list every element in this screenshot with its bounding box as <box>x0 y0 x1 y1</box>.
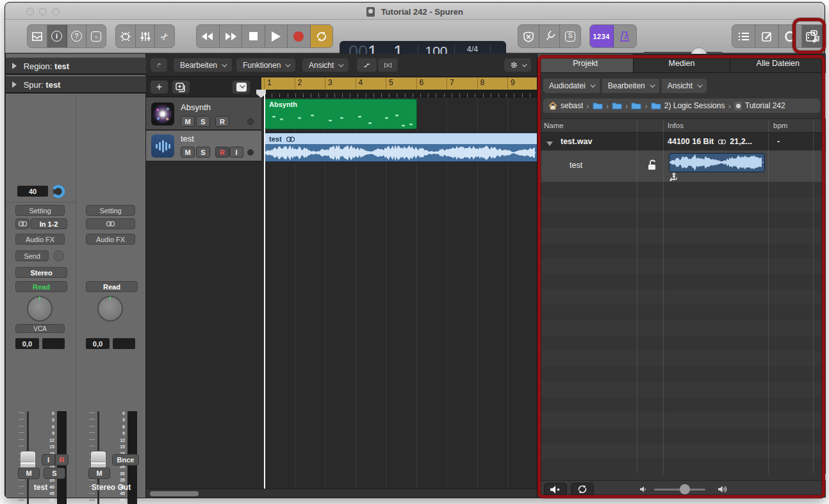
gain-knob[interactable] <box>51 184 66 199</box>
mixer-button[interactable] <box>136 25 156 47</box>
strip1-mute-button[interactable]: M <box>18 467 40 479</box>
menu-ansicht[interactable]: Ansicht <box>661 78 707 93</box>
apple-loops-button[interactable] <box>779 25 802 47</box>
strip1-audiofx-button[interactable]: Audio FX <box>15 234 65 245</box>
media-browser-button[interactable] <box>802 25 825 47</box>
autopunch-button[interactable] <box>518 25 539 47</box>
audio-region-row[interactable]: test <box>538 150 826 182</box>
forward-button[interactable] <box>220 25 243 47</box>
prelisten-volume-knob[interactable] <box>680 484 690 494</box>
audio-file-row[interactable]: test.wav 44100 16 Bit 21,2... - <box>538 133 826 150</box>
flex-button[interactable] <box>377 58 398 72</box>
strip1-vca-button[interactable]: VCA <box>15 324 65 333</box>
rewind-button[interactable] <box>197 25 220 47</box>
strip2-setting-button[interactable]: Setting <box>86 205 135 216</box>
metronome-button[interactable] <box>614 25 637 47</box>
breadcrumb[interactable]: sebast › › › › 2) Logic Sessions › Tutor… <box>543 98 821 113</box>
smart-controls-button[interactable] <box>116 25 136 47</box>
arrange-lane[interactable]: Absynth test <box>261 97 537 489</box>
strip2-bounce-button[interactable]: Bnce <box>112 454 139 466</box>
catch-playhead-button[interactable] <box>150 58 168 72</box>
strip1-setting-button[interactable]: Setting <box>15 205 65 216</box>
track-header-test[interactable]: test M S R I <box>146 131 261 161</box>
track-mute-button[interactable]: M <box>181 116 195 127</box>
duplicate-track-button[interactable] <box>172 80 190 94</box>
play-button[interactable] <box>265 25 288 47</box>
menu-ansicht[interactable]: Ansicht <box>302 58 349 72</box>
strip1-send-button[interactable]: Send <box>15 250 49 261</box>
menu-bearbeiten[interactable]: Bearbeiten <box>602 78 660 93</box>
project-icon <box>734 102 742 110</box>
strip1-format-button[interactable] <box>15 218 29 229</box>
quick-help-button[interactable]: ? <box>67 25 87 47</box>
strip1-input-button[interactable]: In 1-2 <box>30 218 67 229</box>
prelisten-loop-button[interactable] <box>571 483 594 496</box>
track-solo-button[interactable]: S <box>196 116 210 127</box>
strip1-input-monitor-button[interactable]: I <box>42 454 55 466</box>
unlock-icon[interactable] <box>648 159 656 170</box>
region-inspector-header[interactable]: Region: test <box>6 58 146 75</box>
gain-value-box[interactable]: 40 <box>17 186 48 197</box>
track-input-monitor-button[interactable]: I <box>229 147 243 158</box>
anchor-icon[interactable] <box>669 172 678 181</box>
strip1-pan-knob[interactable] <box>27 296 53 321</box>
strip2-automation-button[interactable]: Read <box>86 281 138 292</box>
track-record-button[interactable]: R <box>215 147 229 158</box>
strip1-automation-button[interactable]: Read <box>15 281 67 292</box>
strip2-audiofx-button[interactable]: Audio FX <box>86 234 135 245</box>
metronome-group: 1234 <box>589 24 637 48</box>
column-infos[interactable]: Infos <box>668 122 684 129</box>
strip2-format-button[interactable] <box>86 218 135 229</box>
solo-mode-button[interactable]: S <box>560 25 580 47</box>
column-name[interactable]: Name <box>544 122 564 129</box>
menu-bearbeiten[interactable]: Bearbeiten <box>173 58 233 72</box>
table-header[interactable]: Name Infos bpm <box>538 118 826 133</box>
track-solo-button[interactable]: S <box>196 147 210 158</box>
note-pads-button[interactable] <box>755 25 778 47</box>
horizontal-scrollbar[interactable] <box>146 489 537 498</box>
toolbar-toggle-button[interactable]: ⌄ <box>86 25 106 47</box>
strip2-volume-value[interactable]: 0,0 <box>86 338 110 349</box>
browser-empty-row <box>538 443 826 459</box>
tuner-button[interactable] <box>539 25 561 47</box>
cycle-button[interactable] <box>311 25 333 47</box>
strip1-output-button[interactable]: Stereo <box>15 267 67 278</box>
tab-medien[interactable]: Medien <box>634 54 730 72</box>
tab-projekt[interactable]: Projekt <box>538 54 634 72</box>
count-in-button[interactable]: 1234 <box>590 25 614 47</box>
strip2-mute-button[interactable]: M <box>88 467 110 479</box>
automation-button[interactable] <box>356 58 377 72</box>
list-editors-button[interactable] <box>732 25 755 47</box>
library-button[interactable] <box>28 25 47 47</box>
track-area-settings-button[interactable] <box>504 58 532 72</box>
audio-region-test[interactable]: test <box>264 133 537 162</box>
track-mute-button[interactable]: M <box>181 147 195 158</box>
scrollbar-thumb[interactable] <box>150 491 199 496</box>
strip2-pan-knob[interactable] <box>97 296 123 321</box>
cycle-ruler[interactable]: 123456789 <box>261 77 537 90</box>
inspector-button[interactable]: i <box>47 25 67 47</box>
disclosure-triangle-icon[interactable] <box>546 139 553 148</box>
record-button[interactable] <box>288 25 311 47</box>
strip1-record-enable-button[interactable]: R <box>55 454 69 466</box>
waveform-thumbnail[interactable] <box>669 153 765 172</box>
chevron-separator: › <box>625 101 628 111</box>
strip1-solo-button[interactable]: S <box>44 467 65 479</box>
send-knob[interactable] <box>53 250 64 261</box>
volume-high-icon <box>718 485 728 494</box>
prelisten-button[interactable] <box>544 483 567 496</box>
track-inspector-header[interactable]: Spur: test <box>6 76 146 93</box>
ruler[interactable] <box>261 90 537 97</box>
add-track-button[interactable]: + <box>150 80 168 94</box>
midi-region-absynth[interactable]: Absynth <box>264 99 417 129</box>
strip1-volume-value[interactable]: 0,0 <box>15 338 39 349</box>
editors-button[interactable]: ✂ <box>155 25 174 47</box>
menu-audiodatei[interactable]: Audiodatei <box>543 78 600 93</box>
tab-alle-dateien[interactable]: Alle Dateien <box>730 54 826 72</box>
menu-funktionen[interactable]: Funktionen <box>236 58 296 72</box>
stop-button[interactable] <box>242 25 265 47</box>
track-header-config-button[interactable] <box>232 80 250 94</box>
track-record-button[interactable]: R <box>215 116 229 127</box>
track-header-absynth[interactable]: Absynth M S R <box>146 97 261 130</box>
column-bpm[interactable]: bpm <box>773 122 787 129</box>
